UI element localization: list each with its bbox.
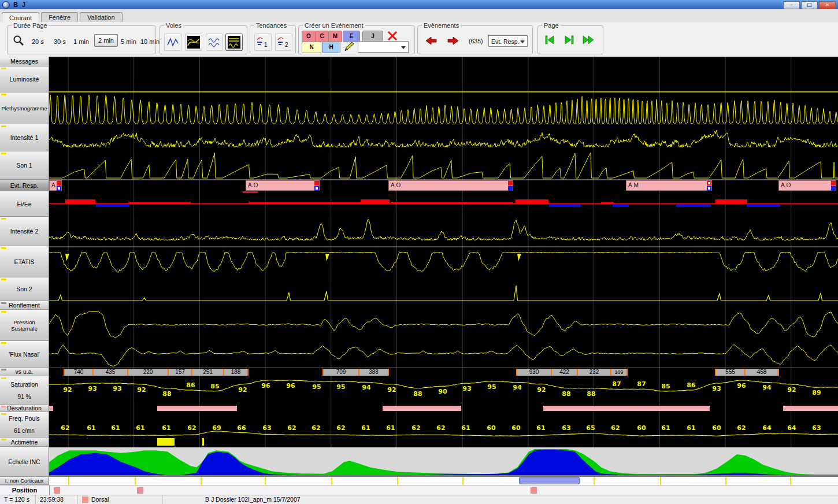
- position-marker[interactable]: [137, 487, 143, 494]
- channel-label-intensit-1[interactable]: Intensité 1: [0, 124, 49, 151]
- create-event-c-button[interactable]: C: [315, 31, 329, 42]
- group-duree-page: Durée Page 20 s30 s1 min2 min5 min10 min: [7, 25, 156, 54]
- event-blue-handle[interactable]: [508, 186, 513, 191]
- duration-option-5min[interactable]: 5 min: [121, 38, 136, 45]
- resp-event-a-m[interactable]: A.M: [49, 180, 62, 191]
- minimize-button[interactable]: –: [783, 1, 800, 9]
- eiee-red-bar-thin: [391, 202, 513, 203]
- resp-event-a-o[interactable]: A.O: [388, 180, 513, 191]
- delete-event-icon[interactable]: [387, 31, 398, 41]
- create-event-j-button[interactable]: J: [362, 31, 383, 42]
- create-event-n-button[interactable]: N: [302, 42, 321, 53]
- channel-label-son-2[interactable]: Son 2: [0, 277, 49, 301]
- channel-label-flux-nasal[interactable]: 'Flux Nasal': [0, 341, 49, 368]
- actimetrie-mark: [202, 438, 204, 446]
- resp-event-a-o[interactable]: A.O: [778, 180, 836, 191]
- event-blue-handle[interactable]: [831, 186, 836, 191]
- duration-option-2min[interactable]: 2 min: [94, 34, 118, 47]
- eiee-red-bar-thin: [128, 202, 191, 203]
- resp-event-a-o[interactable]: A.O: [246, 180, 320, 191]
- event-blue-handle[interactable]: [707, 186, 711, 191]
- fast-forward-icon[interactable]: [582, 35, 595, 45]
- pulse-value: 61: [535, 424, 547, 432]
- desaturation-bar: [783, 406, 838, 411]
- inc-green-area: [49, 449, 838, 475]
- event-red-handle[interactable]: [314, 181, 319, 186]
- channel-label-plethysmogramme[interactable]: Plethysmogramme: [0, 92, 49, 124]
- previous-event-arrow-icon[interactable]: [425, 36, 437, 45]
- voies-mode-3-button[interactable]: [206, 34, 223, 51]
- tab-validation[interactable]: Validation: [80, 12, 123, 23]
- position-marker[interactable]: [531, 487, 537, 494]
- channel-label-saturation[interactable]: Saturation91 %: [0, 376, 49, 405]
- close-button[interactable]: ×: [819, 1, 836, 9]
- pulse-value: 61: [109, 424, 122, 432]
- voies-mode-1-button[interactable]: [164, 34, 181, 51]
- channel-label-luminosit[interactable]: Luminosité: [0, 66, 49, 92]
- pulse-value: 63: [810, 424, 823, 432]
- body-position-color-icon: [82, 496, 88, 503]
- event-type-dropdown[interactable]: [358, 41, 409, 53]
- non-corticaux-event-bar[interactable]: [519, 477, 580, 484]
- channel-tick-vs-u-a: [1, 369, 6, 370]
- channel-tick-etatis: [1, 247, 6, 249]
- pulse-value: 62: [410, 424, 422, 432]
- saturation-value: 89: [810, 389, 823, 396]
- channel-label-messages[interactable]: Messages: [0, 57, 49, 66]
- create-event-o-button[interactable]: O: [302, 31, 316, 42]
- channel-label-evt-resp[interactable]: Evt. Resp.: [0, 180, 49, 191]
- event-blue-handle[interactable]: [57, 186, 61, 191]
- duration-option-10min[interactable]: 10 min: [140, 38, 160, 45]
- event-blue-handle[interactable]: [314, 186, 319, 191]
- magnifier-icon[interactable]: [12, 34, 25, 47]
- event-red-handle[interactable]: [831, 181, 836, 186]
- channel-label-ei-ee[interactable]: Ei/Ee: [0, 191, 49, 217]
- channel-tick-ronflement: [1, 302, 6, 304]
- eiee-red-bar-thin: [249, 202, 361, 203]
- maximize-button[interactable]: □: [801, 1, 818, 9]
- channel-label-d-saturation[interactable]: Désaturation: [0, 405, 49, 412]
- event-filter-dropdown[interactable]: Evt. Resp.: [488, 35, 528, 47]
- vsua-value-cell: 458: [746, 369, 779, 376]
- event-red-handle[interactable]: [707, 181, 711, 186]
- tab-fenêtre[interactable]: Fenêtre: [41, 12, 78, 23]
- voies-mode-2-button[interactable]: [185, 34, 202, 51]
- channel-name-plethysmogramme: Plethysmogramme: [1, 105, 47, 112]
- first-page-icon[interactable]: [544, 35, 555, 45]
- dark-traces-icon: [187, 35, 201, 49]
- saturation-value: 92: [785, 386, 798, 394]
- next-page-icon[interactable]: [563, 35, 575, 45]
- create-event-e-button[interactable]: E: [343, 31, 360, 42]
- create-event-m-button[interactable]: M: [328, 31, 342, 42]
- create-event-h-button[interactable]: H: [322, 42, 340, 53]
- channel-label-ronflement[interactable]: Ronflement: [0, 301, 49, 310]
- channel-label-freq-pouls[interactable]: Freq. Pouls61 c/mn: [0, 412, 49, 438]
- event-red-handle[interactable]: [57, 181, 61, 186]
- trend-view-2-button[interactable]: 2: [275, 34, 292, 51]
- channel-label-vs-u-a[interactable]: vs u.a.: [0, 368, 49, 376]
- channel-label-etatis[interactable]: ETATIS: [0, 246, 49, 277]
- duration-option-20s[interactable]: 20 s: [32, 38, 44, 45]
- channel-label-son-1[interactable]: Son 1: [0, 151, 49, 180]
- pencil-icon[interactable]: [344, 42, 354, 52]
- event-red-handle[interactable]: [508, 181, 513, 186]
- next-event-arrow-icon[interactable]: [447, 36, 459, 45]
- position-marker[interactable]: [54, 487, 60, 494]
- channel-name-son-1: Son 1: [16, 162, 32, 169]
- saturation-value: 94: [360, 384, 373, 391]
- pulse-value: 60: [510, 424, 522, 432]
- duration-option-30s[interactable]: 30 s: [54, 38, 66, 45]
- channel-label-i-non-corticaux[interactable]: I. non Corticaux: [0, 477, 49, 485]
- channel-label-actim-trie[interactable]: Actimétrie: [0, 438, 49, 447]
- channel-label-pression-susternale[interactable]: Pression Susternale: [0, 310, 49, 341]
- trend-view-1-button[interactable]: 1: [254, 34, 272, 51]
- eiee-red-bar-thin: [601, 202, 614, 203]
- channel-label-intensit-2[interactable]: Intensité 2: [0, 217, 49, 246]
- channel-label-echelle-inc[interactable]: Echelle INC: [0, 447, 49, 477]
- group-voies: Voies: [160, 25, 247, 54]
- voies-mode-4-button-selected[interactable]: [225, 34, 243, 51]
- duration-option-1min[interactable]: 1 min: [73, 38, 89, 45]
- tab-courant[interactable]: Courant: [2, 12, 39, 23]
- saturation-value: 93: [111, 385, 124, 392]
- resp-event-a-m[interactable]: A.M: [626, 180, 712, 191]
